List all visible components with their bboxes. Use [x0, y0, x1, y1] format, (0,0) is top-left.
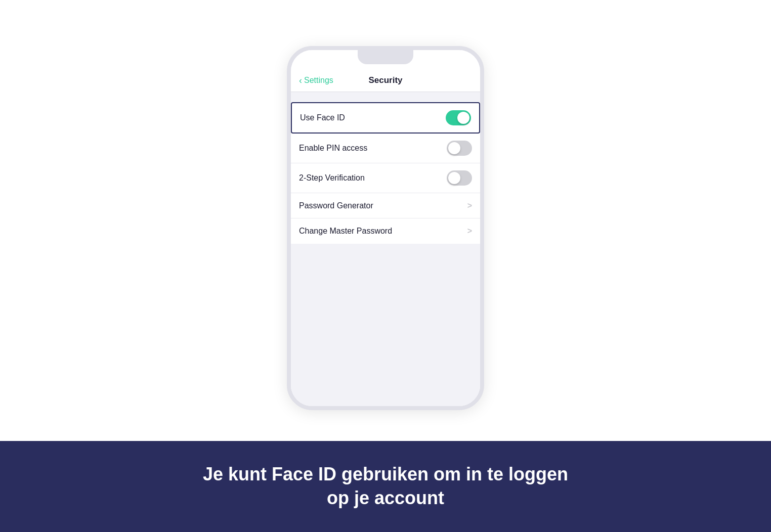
password-generator-label: Password Generator: [299, 201, 373, 210]
section-gap-top: [291, 92, 480, 102]
screen: ‹ Settings Security Use Face ID: [291, 50, 480, 406]
enable-pin-label: Enable PIN access: [299, 144, 367, 153]
change-master-password-label: Change Master Password: [299, 227, 392, 236]
phone-frame: ‹ Settings Security Use Face ID: [287, 46, 484, 410]
two-step-toggle-container: [447, 170, 472, 186]
back-chevron-icon: ‹: [299, 75, 302, 86]
password-generator-chevron-container: >: [467, 201, 472, 210]
page-title: Security: [368, 75, 402, 85]
change-master-password-row[interactable]: Change Master Password >: [291, 218, 480, 244]
change-master-password-chevron-icon: >: [467, 227, 472, 236]
toggle-knob-2step: [448, 172, 460, 184]
password-generator-chevron-icon: >: [467, 201, 472, 210]
caption-text: Je kunt Face ID gebruiken om in te logge…: [203, 463, 568, 510]
settings-group: Use Face ID Enable PIN access: [291, 102, 480, 244]
toggle-knob: [457, 112, 469, 124]
empty-area: [291, 244, 480, 406]
settings-content: Use Face ID Enable PIN access: [291, 92, 480, 406]
back-label: Settings: [304, 76, 333, 85]
change-master-password-chevron-container: >: [467, 227, 472, 236]
toggle-knob-pin: [448, 142, 460, 154]
caption-line1: Je kunt Face ID gebruiken om in te logge…: [203, 464, 568, 484]
two-step-row[interactable]: 2-Step Verification: [291, 163, 480, 193]
enable-pin-toggle-container: [447, 141, 472, 156]
main-area: ‹ Settings Security Use Face ID: [0, 0, 771, 441]
use-face-id-toggle-container: [446, 110, 471, 125]
caption-line2: op je account: [327, 487, 444, 508]
use-face-id-label: Use Face ID: [300, 113, 345, 122]
enable-pin-toggle[interactable]: [447, 141, 472, 156]
use-face-id-row[interactable]: Use Face ID: [291, 102, 480, 134]
two-step-toggle[interactable]: [447, 170, 472, 186]
back-button[interactable]: ‹ Settings: [299, 75, 333, 86]
phone-notch: [358, 50, 413, 64]
two-step-label: 2-Step Verification: [299, 173, 365, 183]
use-face-id-toggle[interactable]: [446, 110, 471, 125]
caption-bar: Je kunt Face ID gebruiken om in te logge…: [0, 441, 771, 532]
enable-pin-row[interactable]: Enable PIN access: [291, 134, 480, 163]
password-generator-row[interactable]: Password Generator >: [291, 193, 480, 218]
